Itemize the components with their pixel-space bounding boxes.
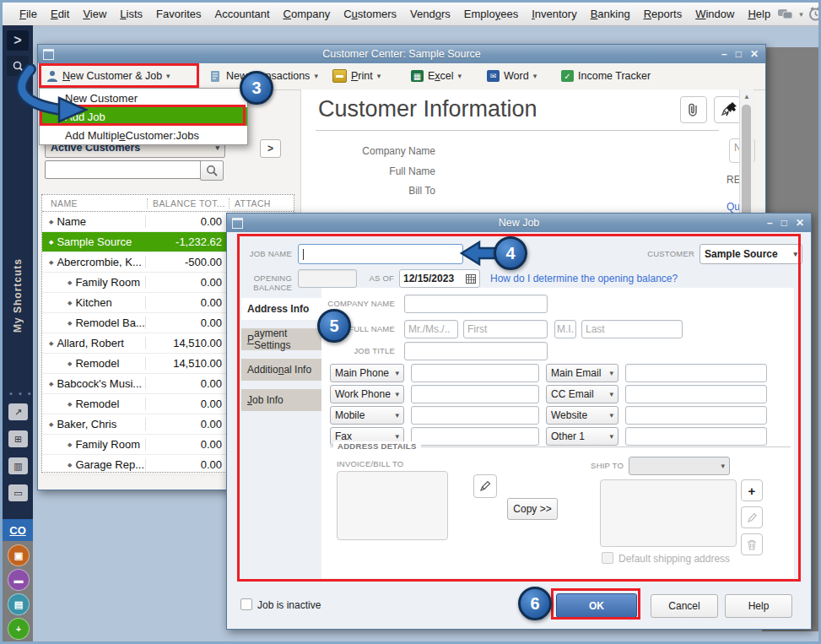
minimize-button[interactable]: – [721,48,727,60]
default-shipping-row[interactable]: Default shipping address [602,552,730,565]
open-windows-icon[interactable]: ▥ [8,457,28,474]
cancel-button[interactable]: Cancel [651,594,718,618]
last-name-input[interactable] [581,320,683,338]
menu-employees[interactable]: Employees [457,8,525,20]
ship-to-select[interactable]: ▾ [629,457,730,475]
help-button[interactable]: Help [725,594,792,618]
close-button[interactable]: ✕ [750,48,759,60]
website-input[interactable] [625,406,767,425]
as-of-date-input[interactable]: 12/15/2023 [399,269,480,288]
main-phone-input[interactable] [411,364,539,382]
document-icon[interactable]: ▤ [8,593,30,615]
window-menu-icon[interactable] [43,49,54,60]
column-header-name[interactable]: NAME [42,198,147,208]
pin-icon[interactable] [726,101,739,116]
main-phone-type-select[interactable]: Main Phone▾ [330,364,404,382]
website-type-select[interactable]: Website▾ [546,406,618,425]
menu-window[interactable]: Window [689,8,741,20]
maximize-button[interactable]: □ [736,48,742,60]
mobile-type-select[interactable]: Mobile▾ [330,406,404,425]
print-button[interactable]: Print ▾ [329,66,384,86]
opening-balance-input[interactable] [298,269,357,288]
scroll-up-arrow[interactable]: ▲ [740,89,753,100]
mobile-input[interactable] [411,406,539,425]
menu-item-add-job[interactable]: Add Job [40,107,247,126]
default-shipping-checkbox[interactable] [602,552,613,564]
sidebar-search-button[interactable] [7,56,29,76]
other-1-type-select[interactable]: Other 1▾ [546,427,618,446]
add-plus-icon[interactable]: + [8,618,30,640]
ship-to-textarea[interactable] [600,479,737,547]
menu-inventory[interactable]: Inventory [525,8,584,20]
customer-search-input[interactable] [45,160,203,179]
main-email-input[interactable] [625,364,767,382]
minimize-button[interactable]: – [767,217,773,229]
tab-job-info[interactable]: Job Info [241,389,321,411]
cc-email-input[interactable] [625,385,767,403]
ok-button[interactable]: OK [556,593,637,618]
company-tab-clipped[interactable]: CO [3,519,33,541]
income-tracker-button[interactable]: ✓ Income Tracker [558,66,654,86]
middle-initial-input[interactable] [554,320,576,338]
job-name-input[interactable] [298,244,463,264]
menu-favorites[interactable]: Favorites [149,8,208,20]
view-balances-icon[interactable]: ↗ [8,403,28,420]
menu-lists[interactable]: Lists [113,8,149,20]
credit-card-icon[interactable]: ▬ [8,569,30,591]
excel-button[interactable]: ▦ Excel ▾ [408,66,465,86]
cc-email-type-select[interactable]: CC Email▾ [546,385,618,403]
menu-reports[interactable]: Reports [637,8,689,20]
run-favorite-reports-icon[interactable]: ⊞ [8,430,28,447]
menu-company[interactable]: Company [277,8,338,20]
window-menu-icon[interactable] [232,218,243,229]
invoice-bill-to-textarea[interactable] [337,471,448,540]
menu-vendors[interactable]: Vendors [403,8,457,20]
job-inactive-row[interactable]: Job is inactive [240,598,321,611]
column-header-balance[interactable]: BALANCE TOT... [147,198,229,208]
window-panel-icon[interactable]: ▭ [8,484,28,501]
expand-sidebar-button[interactable]: > [7,30,29,51]
tab-address-info[interactable]: Address Info [241,298,321,320]
chevron-down-icon[interactable]: ▾ [799,10,803,19]
tab-payment-settings[interactable]: Payment Settings [241,328,321,350]
tab-additional-info[interactable]: Additional Info [241,359,321,381]
calendar-icon[interactable] [466,273,476,284]
reminders-clock-icon[interactable] [808,7,821,21]
menu-file[interactable]: File [13,8,44,20]
work-phone-type-select[interactable]: Work Phone▾ [330,385,404,403]
close-button[interactable]: ✕ [796,217,804,229]
edit-ship-address-button[interactable] [741,506,763,528]
copy-address-button[interactable]: Copy >> [507,498,558,520]
edit-bill-to-button[interactable] [473,474,497,498]
delete-ship-address-button[interactable] [741,533,763,555]
job-title-input[interactable] [404,342,548,360]
menu-customers[interactable]: Customers [337,8,403,20]
salutation-input[interactable] [404,320,458,338]
menu-banking[interactable]: Banking [584,8,637,20]
menu-help[interactable]: Help [741,8,777,20]
main-email-type-select[interactable]: Main Email▾ [546,364,618,382]
messages-icon[interactable] [777,8,794,20]
user-monitor-icon[interactable]: ▣ [8,544,30,566]
opening-balance-help-link[interactable]: How do I determine the opening balance? [490,273,678,284]
customer-table-header[interactable]: NAME BALANCE TOT... ATTACH [42,195,294,212]
work-phone-input[interactable] [411,385,539,403]
other-1-input[interactable] [625,427,767,446]
new-customer-job-button[interactable]: New Customer & Job ▾ [43,66,174,86]
menu-accountant[interactable]: Accountant [208,8,277,20]
menu-item-new-customer[interactable]: New Customer [40,89,247,107]
menu-item-add-multiple-customer-jobs[interactable]: Add Multiple Customer:Jobs [40,126,247,144]
job-inactive-checkbox[interactable] [240,598,252,610]
column-header-attach[interactable]: ATTACH [229,198,294,208]
first-name-input[interactable] [463,320,548,338]
attach-file-button[interactable] [680,96,707,123]
menu-view[interactable]: View [76,8,113,20]
collapse-panel-button[interactable]: > [260,139,281,158]
menu-edit[interactable]: Edit [44,8,76,20]
customer-search-button[interactable] [200,160,224,181]
company-name-input[interactable] [404,295,548,313]
fax-input[interactable] [411,427,539,446]
maximize-button[interactable]: □ [781,217,787,229]
word-button[interactable]: ✉ Word ▾ [483,66,540,86]
add-ship-address-button[interactable]: + [741,479,763,501]
